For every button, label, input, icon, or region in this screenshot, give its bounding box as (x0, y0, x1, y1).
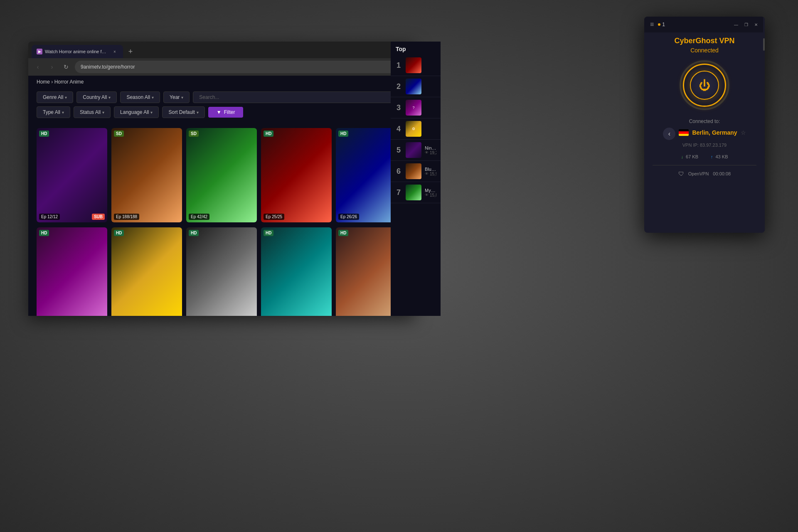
vpn-download-value: 67 KB (686, 154, 698, 159)
rank-item-4[interactable]: 4 ⚙ (391, 118, 441, 140)
episode-badge: Ep 12/12 (39, 214, 60, 220)
vpn-divider (653, 165, 756, 165)
rank-number-2: 2 (395, 82, 402, 91)
anime-card-wrap[interactable]: HD (111, 227, 182, 316)
anime-card[interactable]: HD (186, 227, 257, 316)
anime-card[interactable]: HD (111, 227, 182, 316)
tab-bar: ▶ Watch Horror anime online for F × + (28, 42, 415, 58)
tab-close-button[interactable]: × (111, 48, 118, 55)
anime-card-wrap[interactable]: HD (261, 227, 332, 316)
rank-item-6[interactable]: 6 Blue Lock 👁 15,951 (391, 161, 441, 182)
rank-item-2[interactable]: 2 (391, 76, 441, 97)
filter-icon: ▼ (217, 109, 222, 115)
vpn-minimize-button[interactable]: — (733, 22, 739, 27)
anime-card[interactable]: HD (261, 227, 332, 316)
rank-item-7[interactable]: 7 My Hero Academia Season 6 👁 15,882 (391, 182, 441, 203)
vpn-power-button[interactable]: ⏻ (690, 71, 719, 100)
filter-apply-button[interactable]: ▼ Filter (208, 107, 244, 118)
active-tab[interactable]: ▶ Watch Horror anime online for F × (32, 45, 123, 58)
quality-badge: SD (189, 131, 199, 137)
vpn-favorite-icon[interactable]: ☆ (741, 129, 746, 136)
refresh-button[interactable]: ↻ (61, 62, 71, 72)
rank-info-7: My Hero Academia Season 6 👁 15,882 (425, 188, 436, 197)
type-filter[interactable]: Type All ▾ (37, 106, 70, 118)
forward-button[interactable]: › (47, 62, 57, 72)
rank-thumb-6 (406, 163, 421, 179)
quality-badge: HD (114, 230, 124, 236)
quality-badge: HD (264, 131, 273, 137)
quality-badge: SD (114, 131, 124, 137)
anime-card-image (186, 227, 257, 316)
vpn-logo: CyberGhost VPN (674, 37, 734, 45)
genre-filter[interactable]: Genre All ▾ (37, 91, 73, 103)
rank-info-5: Ningen Fushin: Adventurers Who Don't Bel… (425, 145, 436, 155)
vpn-notif-dot (658, 23, 660, 26)
anime-grid-row2: HDHDHDHDHD (28, 224, 415, 316)
vpn-close-button[interactable]: ✕ (753, 22, 759, 27)
quality-badge: HD (338, 230, 348, 236)
filter-section: Genre All ▾ Country All ▾ Season All ▾ Y… (28, 88, 415, 125)
status-filter[interactable]: Status All ▾ (74, 106, 111, 118)
vpn-back-button[interactable]: ‹ (663, 128, 675, 140)
vpn-scroll-thumb[interactable] (763, 38, 765, 51)
anime-card-wrap[interactable]: SDEp 42/42[RAW] Akuma-kun (186, 128, 257, 224)
anime-card[interactable]: SDEp 188/188 (111, 128, 182, 222)
new-tab-button[interactable]: + (125, 46, 136, 57)
anime-card-image (111, 227, 182, 316)
vpn-upload-stat: ↑ 43 KB (711, 154, 728, 159)
year-filter[interactable]: Year ▾ (163, 91, 190, 103)
anime-card-wrap[interactable]: HD (186, 227, 257, 316)
rank-thumb-3: ? (406, 100, 421, 116)
year-arrow: ▾ (181, 95, 183, 100)
vpn-scrollbar[interactable] (763, 17, 765, 233)
rank-item-3[interactable]: 3 ? (391, 97, 441, 118)
anime-card[interactable]: HDEp 25/25 (261, 128, 332, 222)
eye-icon-7: 👁 (425, 193, 429, 197)
rank-views-6: 👁 15,951 (425, 172, 436, 176)
vpn-status-text: Connected (690, 47, 719, 54)
anime-grid-row1: HDEp 12/12SUBThe Junji Ito CollectionSDE… (28, 125, 415, 224)
browser-chrome: ▶ Watch Horror anime online for F × + ‹ … (28, 42, 415, 76)
sort-filter[interactable]: Sort Default ▾ (162, 106, 204, 118)
anime-card-wrap[interactable]: HD (37, 227, 107, 316)
rank-number-7: 7 (395, 188, 402, 197)
anime-card[interactable]: SDEp 42/42 (186, 128, 257, 222)
anime-card-wrap[interactable]: HDEp 25/25[RAW] Oretacha Youkai Ningen G (261, 128, 332, 224)
breadcrumb: Home › Horror Anime (28, 76, 415, 88)
country-arrow: ▾ (108, 95, 111, 100)
language-filter[interactable]: Language All ▾ (114, 106, 159, 118)
tab-favicon: ▶ (37, 49, 42, 54)
vpn-connected-label: Connected to: (689, 118, 720, 124)
top-panel-label: Top (391, 42, 441, 55)
vpn-menu-icon[interactable]: ≡ (650, 21, 654, 28)
vpn-app-name: CyberGhost VPN (674, 37, 734, 45)
rank-item-5[interactable]: 5 Ningen Fushin: Adventurers Who Don't B… (391, 140, 441, 161)
filter-row-2: Type All ▾ Status All ▾ Language All ▾ S… (37, 106, 406, 118)
rank-number-6: 6 (395, 167, 402, 176)
rank-item-1[interactable]: 1 (391, 55, 441, 76)
vpn-location-row: Berlin, Germany ☆ (679, 129, 746, 136)
vpn-protocol-label: OpenVPN (688, 171, 709, 176)
vpn-content: CyberGhost VPN Connected ⏻ Connected to:… (644, 32, 765, 233)
url-text: 9animetv.to/genre/horror (81, 64, 135, 70)
vpn-window-controls: — ❐ ✕ (733, 22, 759, 27)
anime-card-wrap[interactable]: SDEp 188/188[RAW] Kaibutsu-kun (1980) (111, 128, 182, 224)
anime-card-wrap[interactable]: HDEp 12/12SUBThe Junji Ito Collection (37, 128, 107, 224)
anime-card[interactable]: HDEp 12/12SUB (37, 128, 107, 222)
vpn-notif-count: 1 (662, 22, 665, 27)
search-box[interactable]: Search... (193, 91, 406, 103)
vpn-upload-value: 43 KB (716, 154, 728, 159)
filter-row-1: Genre All ▾ Country All ▾ Season All ▾ Y… (37, 91, 406, 103)
back-button[interactable]: ‹ (32, 62, 43, 72)
anime-card[interactable]: HD (37, 227, 107, 316)
vpn-restore-button[interactable]: ❐ (743, 22, 749, 27)
vpn-power-icon: ⏻ (699, 79, 710, 92)
tab-title: Watch Horror anime online for F (45, 49, 107, 54)
season-filter[interactable]: Season All ▾ (120, 91, 160, 103)
rank-number-1: 1 (395, 61, 402, 70)
vpn-notification[interactable]: 1 (658, 22, 665, 27)
site-content: Home › Horror Anime Genre All ▾ Country … (28, 76, 415, 316)
breadcrumb-home[interactable]: Home (37, 79, 50, 85)
address-bar[interactable]: 9animetv.to/genre/horror (75, 61, 411, 73)
country-filter[interactable]: Country All ▾ (76, 91, 117, 103)
